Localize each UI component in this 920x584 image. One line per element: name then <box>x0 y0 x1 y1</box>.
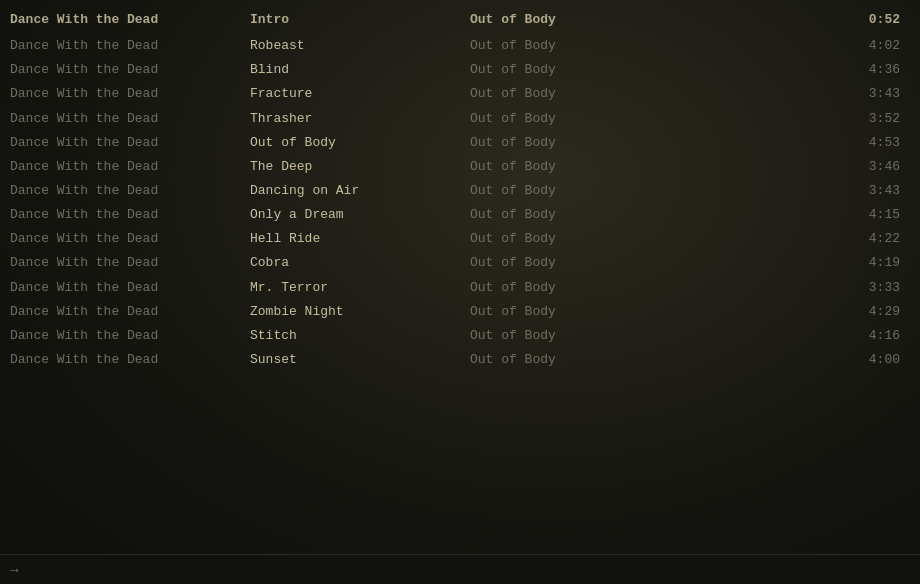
table-row[interactable]: Dance With the DeadThrasherOut of Body3:… <box>0 107 920 131</box>
track-artist: Dance With the Dead <box>10 133 240 153</box>
track-album: Out of Body <box>470 350 670 370</box>
track-title: Cobra <box>240 253 470 273</box>
track-duration: 4:15 <box>670 205 900 225</box>
track-artist: Dance With the Dead <box>10 302 240 322</box>
track-duration: 3:46 <box>670 157 900 177</box>
track-album: Out of Body <box>470 205 670 225</box>
header-artist: Dance With the Dead <box>10 10 240 30</box>
track-duration: 4:02 <box>670 36 900 56</box>
table-row[interactable]: Dance With the DeadThe DeepOut of Body3:… <box>0 155 920 179</box>
table-row[interactable]: Dance With the DeadStitchOut of Body4:16 <box>0 324 920 348</box>
track-album: Out of Body <box>470 253 670 273</box>
track-title: Mr. Terror <box>240 278 470 298</box>
track-album: Out of Body <box>470 133 670 153</box>
header-album: Out of Body <box>470 10 670 30</box>
track-title: Dancing on Air <box>240 181 470 201</box>
table-row[interactable]: Dance With the DeadOnly a DreamOut of Bo… <box>0 203 920 227</box>
track-artist: Dance With the Dead <box>10 181 240 201</box>
track-album: Out of Body <box>470 109 670 129</box>
track-album: Out of Body <box>470 302 670 322</box>
track-title: Sunset <box>240 350 470 370</box>
table-row[interactable]: Dance With the DeadOut of BodyOut of Bod… <box>0 131 920 155</box>
track-title: Zombie Night <box>240 302 470 322</box>
track-title: Only a Dream <box>240 205 470 225</box>
track-artist: Dance With the Dead <box>10 84 240 104</box>
track-title: Blind <box>240 60 470 80</box>
track-duration: 3:43 <box>670 84 900 104</box>
track-title: Fracture <box>240 84 470 104</box>
track-duration: 3:33 <box>670 278 900 298</box>
track-title: Hell Ride <box>240 229 470 249</box>
table-row[interactable]: Dance With the DeadCobraOut of Body4:19 <box>0 251 920 275</box>
track-album: Out of Body <box>470 84 670 104</box>
track-artist: Dance With the Dead <box>10 278 240 298</box>
track-duration: 4:36 <box>670 60 900 80</box>
table-row[interactable]: Dance With the DeadHell RideOut of Body4… <box>0 227 920 251</box>
track-duration: 4:00 <box>670 350 900 370</box>
track-duration: 4:22 <box>670 229 900 249</box>
track-album: Out of Body <box>470 157 670 177</box>
track-artist: Dance With the Dead <box>10 205 240 225</box>
track-title: Robeast <box>240 36 470 56</box>
track-artist: Dance With the Dead <box>10 36 240 56</box>
track-duration: 4:29 <box>670 302 900 322</box>
track-album: Out of Body <box>470 229 670 249</box>
track-duration: 3:43 <box>670 181 900 201</box>
track-album: Out of Body <box>470 60 670 80</box>
track-title: Thrasher <box>240 109 470 129</box>
table-header: Dance With the Dead Intro Out of Body 0:… <box>0 8 920 32</box>
track-artist: Dance With the Dead <box>10 157 240 177</box>
track-duration: 4:16 <box>670 326 900 346</box>
table-row[interactable]: Dance With the DeadBlindOut of Body4:36 <box>0 58 920 82</box>
track-artist: Dance With the Dead <box>10 229 240 249</box>
bottom-bar: → <box>0 554 920 584</box>
track-duration: 4:19 <box>670 253 900 273</box>
track-artist: Dance With the Dead <box>10 60 240 80</box>
track-album: Out of Body <box>470 36 670 56</box>
track-album: Out of Body <box>470 326 670 346</box>
track-list: Dance With the Dead Intro Out of Body 0:… <box>0 0 920 380</box>
table-row[interactable]: Dance With the DeadZombie NightOut of Bo… <box>0 300 920 324</box>
arrow-icon: → <box>10 562 18 578</box>
table-row[interactable]: Dance With the DeadFractureOut of Body3:… <box>0 82 920 106</box>
header-title: Intro <box>240 10 470 30</box>
track-title: Out of Body <box>240 133 470 153</box>
table-row[interactable]: Dance With the DeadDancing on AirOut of … <box>0 179 920 203</box>
track-duration: 3:52 <box>670 109 900 129</box>
track-artist: Dance With the Dead <box>10 109 240 129</box>
table-row[interactable]: Dance With the DeadRobeastOut of Body4:0… <box>0 34 920 58</box>
track-duration: 4:53 <box>670 133 900 153</box>
track-artist: Dance With the Dead <box>10 326 240 346</box>
track-album: Out of Body <box>470 278 670 298</box>
track-album: Out of Body <box>470 181 670 201</box>
track-title: Stitch <box>240 326 470 346</box>
table-row[interactable]: Dance With the DeadMr. TerrorOut of Body… <box>0 276 920 300</box>
track-artist: Dance With the Dead <box>10 350 240 370</box>
header-duration: 0:52 <box>670 10 900 30</box>
track-title: The Deep <box>240 157 470 177</box>
table-row[interactable]: Dance With the DeadSunsetOut of Body4:00 <box>0 348 920 372</box>
track-artist: Dance With the Dead <box>10 253 240 273</box>
